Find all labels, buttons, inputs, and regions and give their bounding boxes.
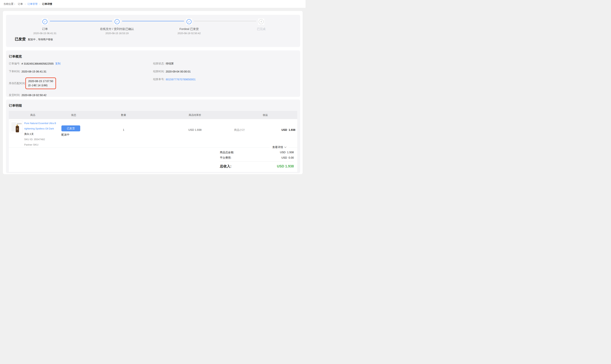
status-sub-text: 配送中 — [61, 133, 69, 137]
total-income-value: USD 1.938 — [277, 164, 294, 168]
column-header-quantity: 数量 — [91, 113, 157, 117]
check-icon: ✓ — [42, 19, 47, 24]
table-header: 商品 状态 数量 商品结算价 收益 — [9, 111, 297, 119]
platform-fee-value: USD 0.00 — [281, 156, 294, 160]
stock-match-label: 库存匹配时间 — [9, 82, 25, 85]
breadcrumb-item-order-detail: 订单详情 — [42, 2, 52, 6]
settle-status-value: 待结算 — [166, 62, 174, 65]
order-number-row: 订单编号: # 31824913664605822555 复制 — [9, 62, 153, 65]
check-icon: ✓ — [115, 19, 120, 24]
total-income-label: 总收入: — [220, 164, 231, 169]
breadcrumb-separator-icon: › — [39, 2, 40, 5]
stock-match-highlight-box: 2020-08-15 17:07:50 (0 小时 14 分钟) — [25, 78, 56, 89]
step-shipped: ✓ Fordeal 已发货 2020-08-19 02:50:42 — [153, 19, 225, 35]
step-time: 2020-08-15 06:41:31 — [33, 32, 57, 35]
progress-panel: ✓ 订单 2020-08-15 06:41:31 ✓ 在线支付 / 货到付款已确… — [6, 15, 300, 47]
order-detail-page: { "breadcrumb": { "label": "当前位置：", "sep… — [0, 0, 306, 182]
details-title: 订单明细 — [9, 103, 297, 108]
column-header-settle-price: 商品结算价 — [157, 113, 233, 117]
order-status-subtitle: 配送中，等待用户签收 — [28, 38, 53, 41]
breadcrumb-item-orders[interactable]: 订单 — [18, 2, 23, 6]
stock-match-time: 2020-08-15 17:07:50 — [28, 79, 53, 83]
breadcrumb-separator-icon: › — [25, 2, 26, 5]
order-overview-panel: 订单概览 订单编号: # 31824913664605822555 复制 下单时… — [6, 51, 300, 97]
column-header-profit: 收益 — [233, 113, 297, 117]
settle-number-label: 结算单号: — [153, 78, 166, 81]
product-partner-sku: Partner SKU: — [24, 142, 57, 147]
profit-cell: 商品小计 USD 1.938 — [233, 119, 297, 147]
table-row: Pure Natural Essential Ultra Brightening… — [9, 119, 297, 147]
order-items-table: 商品 状态 数量 商品结算价 收益 Pure Natural Ess — [9, 111, 297, 172]
column-header-status: 状态 — [57, 113, 91, 117]
step-name: 已完成 — [257, 27, 266, 31]
step-name: 订单 — [42, 27, 48, 31]
order-detail-card: ✓ 订单 2020-08-15 06:41:31 ✓ 在线支付 / 货到付款已确… — [3, 11, 303, 174]
order-number-value: # 31824913664605822555 — [22, 62, 53, 65]
product-cell: Pure Natural Essential Ultra Brightening… — [9, 119, 57, 147]
ship-time-label: 发货时间: — [9, 93, 22, 97]
settle-status-label: 结算状态: — [153, 62, 166, 65]
total-income-row: 总收入: USD 1.938 — [220, 164, 294, 169]
step-time: 2020-08-19 02:50:42 — [177, 32, 201, 35]
step-name: 在线支付 / 货到付款已确认 — [100, 27, 134, 31]
status-cell: 已发货 配送中 — [57, 119, 91, 147]
settle-status-row: 结算状态: 待结算 — [153, 62, 297, 65]
step-number-icon: 4 — [259, 19, 264, 24]
settle-time-label: 结算时间: — [153, 70, 166, 73]
order-status-line: 已发货 配送中，等待用户签收 — [9, 37, 297, 42]
settle-number-link[interactable]: 80159777670789650001 — [166, 78, 196, 81]
product-sku: SKU ID: 35547482 — [24, 137, 57, 142]
stock-match-duration: (0 小时 14 分钟) — [28, 83, 53, 88]
order-status-title: 已发货 — [15, 37, 26, 42]
platform-fee-row: 平台费用: USD 0.00 — [220, 156, 294, 160]
product-image[interactable] — [10, 121, 22, 133]
step-name: Fordeal 已发货 — [179, 27, 199, 31]
platform-fee-label: 平台费用: — [220, 156, 231, 160]
total-amount-row: 商品总金额: USD 1.938 — [220, 150, 294, 154]
settle-time-value: 2020-09-04 00:00:01 — [166, 70, 191, 73]
step-payment-confirmed: ✓ 在线支付 / 货到付款已确认 2020-08-15 16:53:19 — [81, 19, 153, 35]
profit-value: USD 1.938 — [281, 128, 295, 147]
view-details-button[interactable]: 查看详情 — [270, 145, 289, 149]
total-amount-value: USD 1.938 — [280, 150, 294, 154]
quantity-cell: 1 — [91, 119, 157, 147]
totals-divider — [220, 161, 294, 162]
copy-order-number-button[interactable]: 复制 — [55, 62, 60, 65]
breadcrumb-item-order-management[interactable]: 订单管理 — [27, 2, 37, 6]
progress-steps: ✓ 订单 2020-08-15 06:41:31 ✓ 在线支付 / 货到付款已确… — [9, 19, 297, 35]
column-header-product: 商品 — [9, 113, 57, 117]
breadcrumb-label: 当前位置： — [3, 2, 16, 6]
settle-time-row: 结算时间: 2020-09-04 00:00:01 — [153, 70, 297, 73]
order-details-panel: 订单明细 商品 状态 数量 商品结算价 收益 — [6, 100, 300, 173]
stock-match-row: 库存匹配时间 2020-08-15 17:07:50 (0 小时 14 分钟) — [9, 78, 153, 89]
breadcrumb: 当前位置： 订单 › 订单管理 › 订单详情 — [0, 0, 306, 8]
order-time-row: 下单时间: 2020-08-15 06:41:31 — [9, 70, 153, 73]
settle-number-row: 结算单号: 80159777670789650001 — [153, 78, 297, 81]
step-completed: 4 已完成 — [225, 19, 297, 35]
product-name-link[interactable]: Pure Natural Essential Ultra Brightening… — [24, 121, 57, 131]
product-spec: 美白;1支 — [24, 131, 57, 137]
settle-price-cell: USD 1.938 — [157, 119, 233, 147]
check-icon: ✓ — [186, 19, 191, 24]
view-details-divider: 查看详情 — [9, 147, 297, 148]
ship-time-row: 发货时间: 2020-08-19 02:50:42 — [9, 93, 153, 97]
status-badge: 已发货 — [61, 125, 80, 131]
order-time-value: 2020-08-15 06:41:31 — [22, 70, 46, 73]
total-amount-label: 商品总金额: — [220, 150, 234, 154]
subtotal-label: 商品小计 — [234, 128, 245, 147]
totals-block: 商品总金额: USD 1.938 平台费用: USD 0.00 总收入: USD… — [220, 148, 294, 172]
step-time: 2020-08-15 16:53:19 — [105, 32, 129, 35]
order-number-label: 订单编号: — [9, 62, 22, 65]
order-time-label: 下单时间: — [9, 70, 22, 73]
step-order-created: ✓ 订单 2020-08-15 06:41:31 — [9, 19, 81, 35]
overview-title: 订单概览 — [9, 54, 297, 59]
chevron-down-icon — [284, 146, 286, 148]
ship-time-value: 2020-08-19 02:50:42 — [22, 94, 46, 97]
